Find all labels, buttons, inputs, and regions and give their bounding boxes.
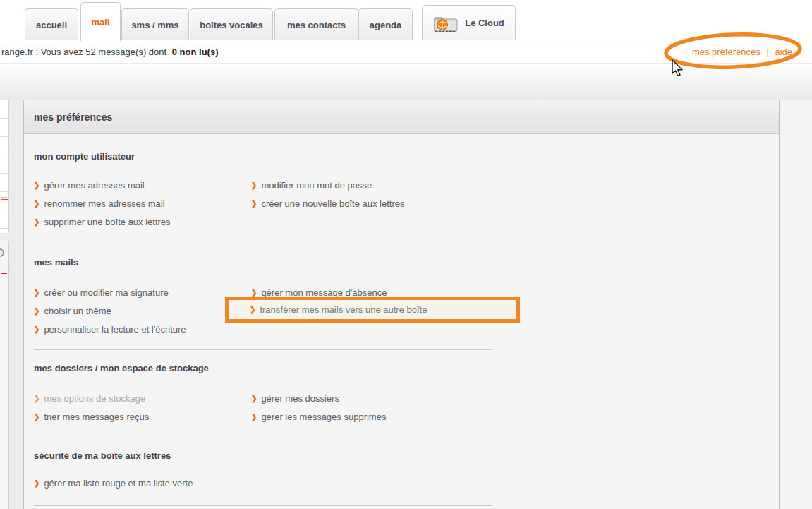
link-liste-rouge-verte[interactable]: ❯gérer ma liste rouge et ma liste verte [34, 474, 193, 493]
chevron-bullet-icon: ❯ [34, 200, 40, 208]
link-personnaliser-lecture[interactable]: ❯personnaliser la lecture et l'écriture [34, 321, 186, 339]
link-label: modifier mon mot de passe [261, 180, 372, 191]
tab-label: boîtes vocales [200, 20, 263, 30]
section-compte-right-column: ❯modifier mon mot de passe ❯créer une no… [251, 176, 404, 213]
link-label: mes options de stockage [44, 393, 145, 404]
annotation-rectangle: ❯transférer mes mails vers une autre boî… [225, 297, 520, 323]
section-heading-mails: mes mails [34, 257, 78, 268]
link-label: créer ou modifier ma signature [44, 287, 168, 298]
chevron-bullet-icon: ❯ [251, 181, 257, 189]
tab-boites-vocales[interactable]: boîtes vocales [190, 8, 273, 40]
tab-label: Le Cloud [465, 18, 504, 28]
status-prefix: range.fr : Vous avez 52 message(s) dont [1, 47, 166, 57]
header-gradient-band [0, 64, 812, 100]
link-label: gérer mes adresses mail [44, 180, 144, 191]
section-divider [34, 349, 492, 350]
sidebar-red-underline-fragment [1, 199, 8, 200]
chevron-bullet-icon: ❯ [34, 218, 40, 226]
link-separator: | [763, 47, 772, 57]
section-mails-left-column: ❯créer ou modifier ma signature ❯choisir… [34, 284, 186, 339]
link-gerer-dossiers[interactable]: ❯gérer mes dossiers [251, 390, 386, 408]
link-trier-messages[interactable]: ❯trier mes messages reçus [34, 408, 149, 426]
section-dossiers-right-column: ❯gérer mes dossiers ❯gérer les messages … [251, 390, 386, 426]
chevron-bullet-icon: ❯ [34, 289, 40, 297]
chevron-bullet-icon: ❯ [34, 479, 40, 487]
section-heading-securite: sécurité de ma boîte aux lettres [34, 450, 171, 461]
chevron-bullet-icon: ❯ [251, 395, 257, 402]
link-label: choisir un thème [44, 306, 111, 316]
sidebar-clipped-folder-list: ~~ [0, 100, 9, 233]
tab-mes-contacts[interactable]: mes contacts [274, 8, 358, 40]
tab-agenda[interactable]: agenda [358, 8, 413, 40]
chevron-bullet-icon: ❯ [251, 413, 257, 421]
link-label: supprimer une boîte aux lettres [44, 217, 170, 227]
status-band: range.fr : Vous avez 52 message(s) dont … [0, 40, 812, 64]
tab-accueil[interactable]: accueil [25, 8, 78, 40]
link-supprimer-boite[interactable]: ❯supprimer une boîte aux lettres [34, 213, 171, 232]
page-title: mes préférences [34, 112, 112, 123]
tab-bar: accueil mail sms / mms boîtes vocales me… [0, 0, 812, 40]
link-creer-signature[interactable]: ❯créer ou modifier ma signature [34, 284, 186, 302]
chevron-bullet-icon: ❯ [34, 395, 40, 402]
chevron-bullet-icon: ❯ [34, 181, 40, 189]
tab-label: mes contacts [287, 20, 346, 30]
cloud-folder-globe-icon [433, 13, 459, 33]
link-gerer-adresses-mail[interactable]: ❯gérer mes adresses mail [34, 176, 171, 195]
section-heading-compte: mon compte utilisateur [34, 151, 135, 162]
help-link[interactable]: aide [775, 47, 792, 57]
preferences-panel: mes préférences mon compte utilisateur ❯… [23, 100, 780, 509]
preferences-link[interactable]: mes préférences [692, 47, 761, 57]
chevron-bullet-icon: ❯ [250, 306, 255, 313]
link-creer-nouvelle-boite[interactable]: ❯créer une nouvelle boîte aux lettres [251, 195, 404, 213]
tab-mail[interactable]: mail [80, 2, 121, 41]
right-gutter [780, 100, 812, 509]
link-transferer-mails[interactable]: ❯transférer mes mails vers une autre boî… [229, 300, 516, 319]
sidebar-red-text-fragment: ~~ [1, 267, 6, 271]
tab-label: mail [91, 17, 109, 28]
mailbox-status-text: range.fr : Vous avez 52 message(s) dont … [1, 47, 218, 57]
link-options-stockage[interactable]: ❯mes options de stockage [34, 390, 149, 408]
link-label: renommer mes adresses mail [44, 198, 164, 209]
tab-label: agenda [370, 20, 402, 30]
link-label: trier mes messages reçus [44, 412, 149, 422]
chevron-bullet-icon: ❯ [251, 200, 257, 208]
sidebar-circle-icon [0, 248, 4, 257]
tab-label: accueil [36, 20, 67, 30]
link-choisir-theme[interactable]: ❯choisir un thème [34, 302, 186, 321]
chevron-bullet-icon: ❯ [34, 413, 40, 421]
section-securite-left-column: ❯gérer ma liste rouge et ma liste verte [34, 474, 193, 493]
unread-count: 0 non lu(s) [169, 47, 219, 57]
link-label: gérer les messages supprimés [261, 412, 386, 422]
chevron-bullet-icon: ❯ [34, 307, 40, 315]
section-divider [34, 505, 492, 506]
section-compte-left-column: ❯gérer mes adresses mail ❯renommer mes a… [34, 176, 171, 232]
tab-sms-mms[interactable]: sms / mms [121, 8, 189, 40]
link-label: gérer ma liste rouge et ma liste verte [44, 478, 193, 489]
section-divider [34, 436, 492, 436]
section-heading-dossiers: mes dossiers / mon espace de stockage [34, 363, 209, 373]
link-label: transférer mes mails vers une autre boît… [260, 304, 427, 315]
section-divider [34, 244, 492, 244]
sidebar-red-underline-fragment [1, 273, 7, 274]
link-label: gérer mes dossiers [261, 393, 339, 404]
sidebar-clipped-panel [0, 280, 9, 509]
sidebar-red-text-fragment: ~~ [1, 194, 7, 198]
link-modifier-mot-de-passe[interactable]: ❯modifier mon mot de passe [251, 176, 404, 195]
header-quick-links: mes préférences | aide [692, 47, 792, 57]
section-dossiers-left-column: ❯mes options de stockage ❯trier mes mess… [34, 390, 149, 426]
content-area: ~~ ~~ mes préférences mon compte utilisa… [0, 100, 812, 509]
chevron-bullet-icon: ❯ [34, 325, 40, 333]
tab-le-cloud[interactable]: Le Cloud [422, 5, 516, 40]
chevron-bullet-icon: ❯ [251, 289, 257, 297]
tab-label: sms / mms [131, 20, 178, 30]
link-label: personnaliser la lecture et l'écriture [44, 324, 186, 335]
link-messages-supprimes[interactable]: ❯gérer les messages supprimés [251, 408, 386, 426]
panel-header: mes préférences [24, 100, 779, 134]
link-renommer-adresses-mail[interactable]: ❯renommer mes adresses mail [34, 195, 171, 213]
link-label: créer une nouvelle boîte aux lettres [261, 198, 404, 209]
